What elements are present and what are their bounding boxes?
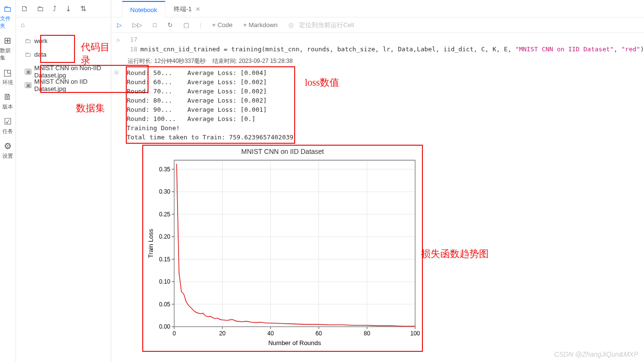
file-list: 🗀work🗀data▣MNIST CNN on Non-IID Dataset.… [16, 32, 111, 94]
code-cell[interactable]: ▷ 1718 mnist_cnn_iid_trained = training(… [111, 33, 644, 55]
main-area: Notebook终端-1✕ ▷ ▷▷ □ ↻ ▢ | + Code + Mark… [111, 0, 644, 362]
left-rail: 🗀文件夹⊞数据集◳环境🗎版本☑任务⚙设置 [0, 0, 16, 362]
output-collapse-icon[interactable]: ⊟ [114, 69, 119, 75]
svg-text:60: 60 [315, 330, 322, 337]
rail-icon: ⊞ [4, 35, 11, 46]
target-icon: ◎ [288, 21, 294, 29]
folder-icon: 🗀 [25, 51, 31, 58]
folder-icon: 🗀 [25, 37, 31, 45]
rail-icon: 🗀 [3, 4, 12, 14]
add-markdown-button[interactable]: + Markdown [243, 21, 278, 29]
svg-text:Train Loss: Train Loss [147, 228, 154, 258]
close-icon[interactable]: ✕ [195, 6, 200, 13]
run-all-button[interactable]: ▷▷ [133, 21, 142, 29]
rail-label: 环境 [2, 79, 13, 86]
rail-label: 文件夹 [0, 15, 15, 30]
endtime-label: 结束时间: [212, 58, 237, 64]
file-row[interactable]: ▣MNIST CNN on IID Dataset.jpg [16, 78, 111, 92]
svg-text:20: 20 [219, 330, 226, 337]
line-number-gutter: 1718 [126, 35, 140, 54]
download-icon[interactable]: ⤓ [65, 4, 72, 13]
cell-run-gutter-icon[interactable]: ▷ [111, 35, 126, 54]
run-cell-button[interactable]: ▷ [117, 21, 122, 29]
rail-label: 数据集 [0, 47, 15, 61]
rail-icon: 🗎 [3, 92, 12, 102]
rail-item-0[interactable]: 🗀文件夹 [0, 4, 15, 30]
runtime-label: 运行时长: [128, 58, 152, 64]
rail-label: 版本 [2, 103, 13, 110]
rail-item-3[interactable]: 🗎版本 [2, 92, 13, 110]
locate-cell-button[interactable]: ◎ 定位到当前运行Cell [288, 21, 354, 30]
svg-text:0.05: 0.05 [159, 301, 171, 308]
svg-text:0.25: 0.25 [159, 211, 171, 218]
rail-icon: ◳ [3, 67, 12, 78]
new-folder-icon[interactable]: 🗀 [37, 4, 44, 13]
output-line: Round: 80... Average Loss: [0.002] [127, 96, 644, 105]
output-line: Round: 50... Average Loss: [0.004] [127, 68, 644, 77]
chart-output: MNIST CNN on IID Dataset 0204060801000.0… [142, 145, 423, 352]
tab-终端-1[interactable]: 终端-1✕ [165, 0, 209, 17]
status-line: 运行时长: 12分钟40秒337毫秒 结束时间: 2023-09-27 15:2… [111, 55, 644, 68]
stop-button[interactable]: □ [153, 21, 157, 29]
tab-label: 终端-1 [174, 5, 192, 14]
file-label: MNIST CNN on Non-IID Dataset.jpg [34, 64, 107, 79]
rail-label: 任务 [2, 128, 13, 135]
file-label: MNIST CNN on IID Dataset.jpg [34, 78, 107, 92]
annotation-dataset: 数据集 [76, 102, 105, 115]
notebook-toolbar: ▷ ▷▷ □ ↻ ▢ | + Code + Markdown ◎ 定位到当前运行… [111, 17, 644, 33]
svg-text:Number of Rounds: Number of Rounds [268, 339, 321, 347]
svg-text:40: 40 [268, 330, 274, 337]
chart-title: MNIST CNN on IID Dataset [145, 148, 420, 155]
svg-text:80: 80 [364, 330, 371, 337]
loss-chart: 0204060801000.000.050.100.150.200.250.30… [145, 156, 420, 350]
rail-icon: ☑ [4, 116, 12, 127]
tab-Notebook[interactable]: Notebook [122, 1, 165, 17]
svg-text:0.10: 0.10 [159, 278, 171, 285]
output-line: Training Done! [127, 123, 644, 133]
interrupt-button[interactable]: ▢ [183, 21, 189, 29]
folder-row[interactable]: 🗀data [16, 47, 111, 61]
output-line: Round: 100... Average Loss: [0.] [127, 114, 644, 123]
home-row[interactable]: ⌂ [16, 17, 111, 32]
runtime-value: 12分钟40秒337毫秒 [154, 58, 206, 64]
folder-label: data [34, 51, 46, 58]
image-icon: ▣ [25, 69, 31, 75]
output-line: Round: 90... Average Loss: [0.001] [127, 105, 644, 114]
output-line: Total time taken to Train: 759.623965740… [127, 133, 644, 142]
cell-output: ⊟ Round: 50... Average Loss: [0.004]Roun… [111, 68, 644, 352]
folder-label: work [34, 37, 47, 45]
endtime-value: 2023-09-27 15:28:38 [239, 58, 292, 64]
svg-text:0.15: 0.15 [159, 256, 171, 263]
svg-text:0.35: 0.35 [159, 166, 171, 173]
home-icon: ⌂ [21, 21, 25, 29]
rail-item-4[interactable]: ☑任务 [2, 116, 13, 135]
rail-item-5[interactable]: ⚙设置 [2, 141, 13, 160]
restart-button[interactable]: ↻ [167, 21, 173, 29]
rail-item-2[interactable]: ◳环境 [2, 67, 13, 86]
rail-label: 设置 [2, 152, 13, 160]
upload-icon[interactable]: ⤴ [53, 4, 57, 13]
svg-rect-0 [174, 160, 415, 327]
svg-text:100: 100 [410, 330, 420, 337]
sidebar-toolbar: 🗋 🗀 ⤴ ⤓ ⇅ [16, 0, 111, 17]
svg-text:0.30: 0.30 [159, 188, 171, 195]
rail-item-1[interactable]: ⊞数据集 [0, 35, 15, 61]
svg-text:0.00: 0.00 [159, 323, 171, 330]
image-icon: ▣ [25, 82, 31, 88]
sidebar: 🗋 🗀 ⤴ ⤓ ⇅ ⌂ 🗀work🗀data▣MNIST CNN on Non-… [16, 0, 111, 362]
annotation-trend: 损失函数趋势图 [421, 247, 489, 260]
output-line: Round: 70... Average Loss: [0.002] [127, 87, 644, 96]
folder-row[interactable]: 🗀work [16, 34, 111, 47]
sort-icon[interactable]: ⇅ [80, 4, 87, 13]
svg-text:0: 0 [173, 330, 176, 337]
svg-text:0.20: 0.20 [159, 233, 171, 240]
new-file-icon[interactable]: 🗋 [21, 4, 28, 13]
tab-label: Notebook [130, 6, 157, 14]
code-content: mnist_cnn_iid_trained = training(mnist_c… [140, 35, 644, 54]
add-code-button[interactable]: + Code [212, 21, 232, 29]
output-line: Round: 60... Average Loss: [0.002] [127, 77, 644, 87]
tab-bar: Notebook终端-1✕ [111, 0, 644, 17]
rail-icon: ⚙ [4, 141, 12, 151]
file-row[interactable]: ▣MNIST CNN on Non-IID Dataset.jpg [16, 65, 111, 78]
